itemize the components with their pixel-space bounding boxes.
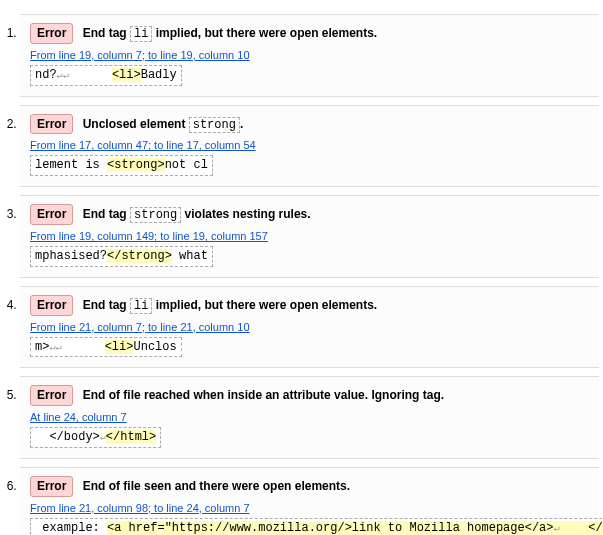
error-item: Error End of file seen and there were op… <box>20 467 599 535</box>
error-badge: Error <box>30 204 73 225</box>
code-extract: </body>↵</html> <box>30 427 161 448</box>
message-text: End of file seen and there were open ele… <box>83 479 350 493</box>
message-line: Error End of file seen and there were op… <box>30 476 589 497</box>
error-badge: Error <box>30 385 73 406</box>
error-badge: Error <box>30 295 73 316</box>
message-text: Unclosed element strong. <box>83 117 244 131</box>
code-extract: m>↵↵ <li>Unclos <box>30 337 182 358</box>
location-link[interactable]: From line 21, column 7; to line 21, colu… <box>30 321 250 333</box>
message-text: End tag li implied, but there were open … <box>83 26 377 40</box>
location-link[interactable]: From line 21, column 98; to line 24, col… <box>30 502 250 514</box>
error-badge: Error <box>30 114 73 135</box>
error-item: Error Unclosed element strong.From line … <box>20 105 599 188</box>
message-line: Error End tag li implied, but there were… <box>30 23 589 44</box>
message-text: End tag strong violates nesting rules. <box>83 207 311 221</box>
message-code: strong <box>130 207 181 223</box>
code-extract: nd?↵↵ <li>Badly <box>30 65 182 86</box>
error-badge: Error <box>30 476 73 497</box>
error-item: Error End tag li implied, but there were… <box>20 286 599 369</box>
code-extract: lement is <strong>not cl <box>30 155 213 176</box>
message-code: li <box>130 26 152 42</box>
location-link[interactable]: From line 19, column 7; to line 19, colu… <box>30 49 250 61</box>
error-item: Error End of file reached when inside an… <box>20 376 599 459</box>
code-extract: mphasised?</strong> what <box>30 246 213 267</box>
message-line: Error End tag strong violates nesting ru… <box>30 204 589 225</box>
location-link[interactable]: From line 19, column 149; to line 19, co… <box>30 230 268 242</box>
message-line: Error End tag li implied, but there were… <box>30 295 589 316</box>
location-link[interactable]: At line 24, column 7 <box>30 411 127 423</box>
message-code: strong <box>189 117 240 133</box>
code-extract: example: <a href="https://www.mozilla.or… <box>30 518 603 535</box>
message-code: li <box>130 298 152 314</box>
message-text: End tag li implied, but there were open … <box>83 298 377 312</box>
message-line: Error End of file reached when inside an… <box>30 385 589 406</box>
error-item: Error End tag strong violates nesting ru… <box>20 195 599 278</box>
error-list: Error End tag li implied, but there were… <box>0 0 603 535</box>
message-text: End of file reached when inside an attri… <box>83 388 444 402</box>
error-item: Error End tag li implied, but there were… <box>20 14 599 97</box>
message-line: Error Unclosed element strong. <box>30 114 589 135</box>
location-link[interactable]: From line 17, column 47; to line 17, col… <box>30 139 256 151</box>
error-badge: Error <box>30 23 73 44</box>
